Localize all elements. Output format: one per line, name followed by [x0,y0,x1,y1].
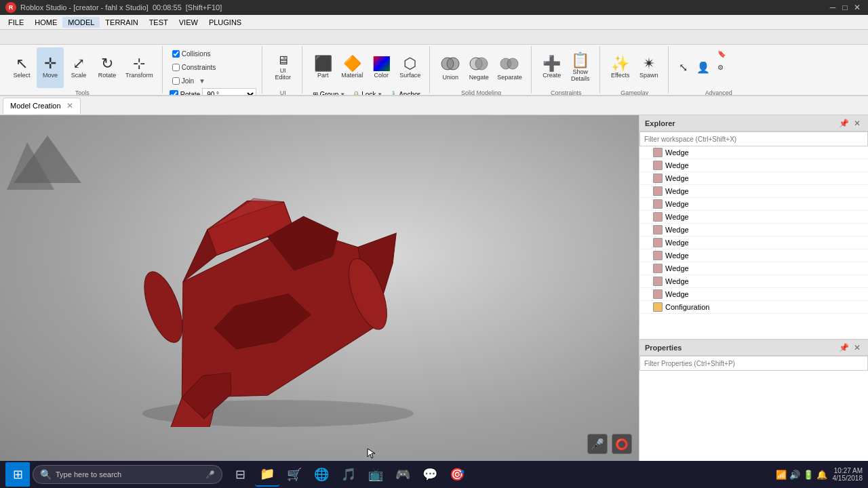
explorer-item[interactable]: Wedge [639,237,868,249]
show-details-button[interactable]: 📋 ShowDetails [567,47,594,88]
explorer-item[interactable]: Wedge [639,262,868,275]
explorer-item[interactable]: Wedge [639,185,868,198]
microphone-button[interactable]: 🎤 [587,434,608,454]
explorer-close-button[interactable]: ✕ [852,118,863,129]
rotate-snap-select[interactable]: 90 °45 °15 ° [202,88,256,95]
gameplay-group-label: Gameplay [620,88,648,95]
part-icon [653,212,663,222]
taskbar-twitch[interactable]: 📺 [363,462,388,487]
taskbar-blender[interactable]: 🎯 [445,462,469,487]
constraints-checkbox-row[interactable]: Constraints [170,61,219,73]
menu-test[interactable]: TEST [144,17,174,28]
material-button[interactable]: 🔶 Material [338,47,366,88]
rotate-icon: ↻ [101,56,113,71]
system-icons: 📶 🔊 🔋 🔔 [776,470,827,480]
explorer-item[interactable]: Wedge [639,172,868,185]
maximize-button[interactable]: □ [840,2,850,13]
record-button[interactable]: ⭕ [612,434,632,454]
spawn-button[interactable]: ✴ Spawn [635,47,663,88]
menu-model[interactable]: MODEL [62,17,100,28]
explorer-item[interactable]: Wedge [639,159,868,172]
taskbar-music[interactable]: 🎵 [336,462,361,487]
advanced-small1[interactable]: 🔖 [715,47,762,60]
ui-items: 🖥 UIEditor [269,47,296,88]
transform-button[interactable]: ⊹ Transform [122,47,157,88]
separate-label: Separate [497,75,522,81]
start-button[interactable]: ⊞ [5,462,30,487]
union-icon [441,54,460,73]
join-checkbox-row[interactable]: Join ▼ [170,75,217,87]
volume-icon[interactable]: 🔊 [789,470,800,480]
properties-content [639,371,868,461]
viewport[interactable]: 🎤 ⭕ [0,115,639,461]
explorer-item[interactable]: Wedge [639,198,868,211]
color-button[interactable]: ⬛ Color [368,47,395,88]
join-dropdown-icon[interactable]: ▼ [199,77,205,85]
explorer-item[interactable]: Wedge [639,275,868,288]
collisions-checkbox-row[interactable]: Collisions [170,47,217,60]
menu-home[interactable]: HOME [29,17,62,28]
notification-icon[interactable]: 🔔 [816,470,827,480]
part-button[interactable]: ⬛ Part [309,47,336,88]
lock-dropdown[interactable]: ▼ [377,92,382,96]
lock-button[interactable]: 🔒 Lock ▼ [349,88,385,95]
advanced-btn1[interactable]: ⤡ [675,47,692,88]
scale-button[interactable]: ⤢ Scale [65,47,92,88]
properties-filter-input[interactable] [639,356,868,371]
advanced-small2[interactable]: ⚙ [715,61,762,73]
rotate-button[interactable]: ↻ Rotate [94,47,121,88]
explorer-item[interactable]: Wedge [639,288,868,301]
close-tab-icon[interactable]: ✕ [66,101,73,110]
taskbar-store[interactable]: 🛒 [282,462,307,487]
constraints-group-label: Constraints [551,88,582,95]
properties-panel: Properties 📌 ✕ [639,339,868,461]
taskbar-task-view[interactable]: ⊟ [228,462,252,487]
move-button[interactable]: ✛ Move [37,47,64,88]
properties-close-button[interactable]: ✕ [852,342,863,353]
close-button[interactable]: ✕ [852,2,863,13]
network-icon[interactable]: 📶 [776,470,787,480]
explorer-item[interactable]: Wedge [639,249,868,262]
minimize-button[interactable]: ─ [827,2,838,13]
show-details-icon: 📋 [571,53,589,68]
collisions-checkbox[interactable] [172,50,180,58]
menu-view[interactable]: VIEW [174,17,203,28]
explorer-filter-input[interactable] [639,131,868,146]
rotate-snap-checkbox[interactable] [170,90,178,96]
select-button[interactable]: ↖ Select [8,47,35,88]
battery-icon[interactable]: 🔋 [803,470,814,480]
title-text: Roblox Studio - [creator - fahl x Studio… [20,3,149,12]
group-button[interactable]: ⊞ Group ▼ [310,88,348,95]
menu-plugins[interactable]: PLUGINS [203,17,247,28]
file-explorer-icon: 📁 [260,466,275,481]
taskbar-discord[interactable]: 💬 [418,462,442,487]
union-button[interactable]: Union [437,47,464,88]
anchor-button[interactable]: ⚓ Anchor [387,88,423,95]
explorer-item[interactable]: Wedge [639,224,868,237]
taskbar-chrome[interactable]: 🌐 [309,462,334,487]
explorer-pin-button[interactable]: 📌 [838,118,849,129]
menu-file[interactable]: FILE [3,17,29,28]
constraints-checkbox[interactable] [172,64,180,71]
snap-values: Rotate 90 °45 °15 ° Move 40 studs10 stud… [170,88,256,95]
taskbar-file-explorer[interactable]: 📁 [255,462,279,487]
menu-terrain[interactable]: TERRAIN [100,17,143,28]
advanced-btn2[interactable]: 👤 [693,47,713,88]
properties-pin-button[interactable]: 📌 [838,342,849,353]
ui-editor-button[interactable]: 🖥 UIEditor [269,47,296,88]
surface-button[interactable]: ⬡ Surface [396,47,424,88]
create-button[interactable]: ➕ Create [538,47,566,88]
join-checkbox[interactable] [172,77,180,85]
explorer-item[interactable]: Configuration [639,301,868,314]
advanced-small-btns: 🔖 ⚙ [715,47,762,73]
group-dropdown[interactable]: ▼ [340,92,345,96]
negate-button[interactable]: Negate [465,47,492,88]
effects-button[interactable]: ✨ Effects [607,47,634,88]
explorer-item[interactable]: Wedge [639,146,868,159]
search-bar[interactable]: 🔍 Type here to search 🎤 [33,465,222,484]
separate-button[interactable]: Separate [494,47,526,88]
taskbar-game[interactable]: 🎮 [391,462,415,487]
explorer-item[interactable]: Wedge [639,211,868,224]
taskbar-time[interactable]: 10:27 AM 4/15/2018 [833,467,863,482]
model-creation-tab[interactable]: Model Creation ✕ [3,98,81,114]
